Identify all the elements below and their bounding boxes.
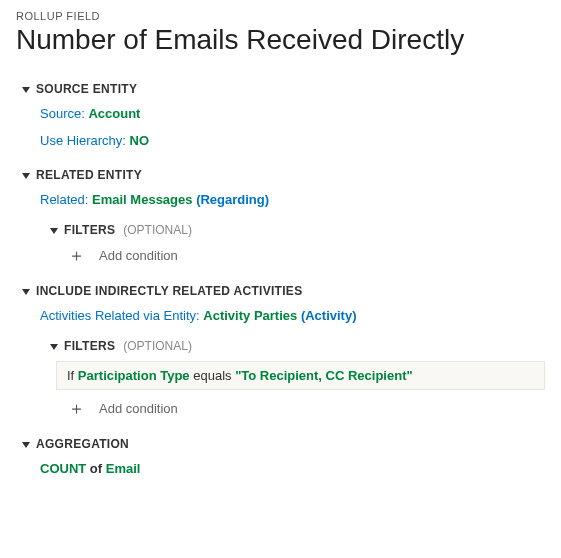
section-header-related[interactable]: RELATED ENTITY: [16, 164, 545, 186]
arve-paren: (Activity): [301, 308, 357, 323]
source-row[interactable]: Source: Account: [16, 100, 545, 127]
section-label: RELATED ENTITY: [36, 168, 142, 182]
related-paren: (Regarding): [196, 192, 269, 207]
related-row[interactable]: Related: Email Messages (Regarding): [16, 186, 545, 213]
aggregation-entity: Email: [106, 461, 141, 476]
plus-icon: ＋: [68, 247, 85, 264]
related-label: Related:: [40, 192, 88, 207]
caret-down-icon: [50, 228, 58, 234]
section-label: AGGREGATION: [36, 437, 129, 451]
arve-value: Activity Parties: [203, 308, 297, 323]
caret-down-icon: [22, 173, 30, 179]
hierarchy-row[interactable]: Use Hierarchy: NO: [16, 127, 545, 154]
aggregation-row[interactable]: COUNT of Email: [16, 455, 545, 482]
condition-operator: equals: [193, 368, 231, 383]
section-aggregation: AGGREGATION COUNT of Email: [16, 433, 545, 482]
caret-down-icon: [22, 289, 30, 295]
source-value: Account: [88, 106, 140, 121]
plus-icon: ＋: [68, 400, 85, 417]
aggregation-function: COUNT: [40, 461, 86, 476]
hierarchy-label: Use Hierarchy:: [40, 133, 126, 148]
add-condition-related[interactable]: ＋ Add condition: [44, 241, 545, 270]
condition-if: If: [67, 368, 74, 383]
filters-header-related[interactable]: FILTERS (OPTIONAL): [44, 219, 545, 241]
related-filters-subsection: FILTERS (OPTIONAL) ＋ Add condition: [44, 219, 545, 270]
caret-down-icon: [22, 87, 30, 93]
section-header-indirect[interactable]: INCLUDE INDIRECTLY RELATED ACTIVITIES: [16, 280, 545, 302]
section-source-entity: SOURCE ENTITY Source: Account Use Hierar…: [16, 78, 545, 154]
source-label: Source:: [40, 106, 85, 121]
section-header-aggregation[interactable]: AGGREGATION: [16, 433, 545, 455]
arve-label: Activities Related via Entity:: [40, 308, 200, 323]
add-condition-indirect[interactable]: ＋ Add condition: [44, 394, 545, 423]
related-value: Email Messages: [92, 192, 192, 207]
condition-field: Participation Type: [78, 368, 190, 383]
condition-value: "To Recipient, CC Recipient": [235, 368, 413, 383]
filters-optional: (OPTIONAL): [123, 339, 192, 353]
add-condition-text: Add condition: [99, 248, 178, 263]
section-label: INCLUDE INDIRECTLY RELATED ACTIVITIES: [36, 284, 302, 298]
eyebrow-label: ROLLUP FIELD: [16, 10, 545, 22]
section-label: SOURCE ENTITY: [36, 82, 137, 96]
page-title: Number of Emails Received Directly: [16, 24, 545, 56]
arve-row[interactable]: Activities Related via Entity: Activity …: [16, 302, 545, 329]
section-related-entity: RELATED ENTITY Related: Email Messages (…: [16, 164, 545, 270]
caret-down-icon: [50, 344, 58, 350]
aggregation-of: of: [90, 461, 102, 476]
filters-optional: (OPTIONAL): [123, 223, 192, 237]
caret-down-icon: [22, 442, 30, 448]
section-header-source[interactable]: SOURCE ENTITY: [16, 78, 545, 100]
hierarchy-value: NO: [130, 133, 150, 148]
section-indirect-activities: INCLUDE INDIRECTLY RELATED ACTIVITIES Ac…: [16, 280, 545, 423]
filters-label: FILTERS: [64, 339, 115, 353]
filters-header-indirect[interactable]: FILTERS (OPTIONAL): [44, 335, 545, 357]
add-condition-text: Add condition: [99, 401, 178, 416]
filters-label: FILTERS: [64, 223, 115, 237]
indirect-filters-subsection: FILTERS (OPTIONAL) If Participation Type…: [44, 335, 545, 423]
filter-condition-row[interactable]: If Participation Type equals "To Recipie…: [56, 361, 545, 390]
